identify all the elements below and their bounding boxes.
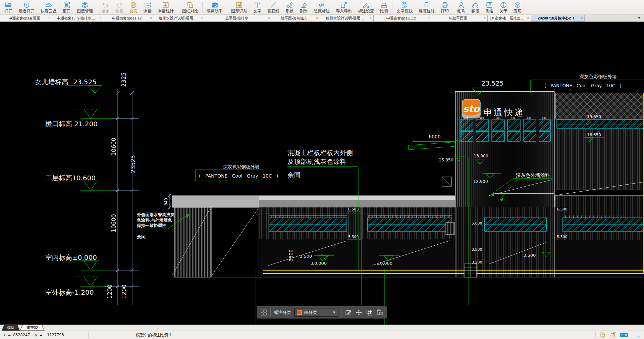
recent-label: 最近打开 xyxy=(18,9,35,13)
recent-button[interactable]: 最近打开 xyxy=(15,0,38,14)
statusbar-separator xyxy=(632,332,632,338)
doc-tab-1-label: 申通宿舍gps变更图 xyxy=(6,16,46,21)
elev-3800: 3.800 xyxy=(472,247,482,252)
toolbar-separator xyxy=(392,2,392,13)
doc-tab-8[interactable]: 申通宿舍gps11.12× xyxy=(374,15,432,21)
doc-tab-6[interactable]: 总平面-海绵城市× xyxy=(272,15,320,21)
left-column xyxy=(172,207,258,277)
annotation-settings-button[interactable]: 标注设置 xyxy=(355,0,377,14)
concrete-line-2: 及顶部刷浅灰色涂料 xyxy=(287,158,346,165)
sheet-tab-model[interactable]: 模型 xyxy=(2,325,20,331)
hide-annotation-button[interactable]: 隐藏标注 xyxy=(311,0,333,14)
measure-button[interactable]: 测量 xyxy=(141,0,155,14)
shape-recognition-button[interactable]: 图形识别 xyxy=(228,0,250,14)
edit-icon xyxy=(345,309,352,316)
draw-line-label: 画直线 xyxy=(267,9,279,13)
level-4-label: 室内标高 xyxy=(45,253,72,261)
measure-label: 测量 xyxy=(144,9,152,13)
doc-tab-4[interactable]: 给排水设计说明-通用…× xyxy=(154,15,205,21)
apps-cube-icon xyxy=(514,1,521,9)
about-icon xyxy=(500,1,507,9)
screen-rotate-button[interactable]: 屏幕旋转 xyxy=(416,0,438,14)
toolbar-separator xyxy=(453,2,453,13)
headset-icon xyxy=(472,1,479,9)
shapes-button[interactable]: 形状 xyxy=(282,0,297,14)
drawing-compare-button[interactable]: 图纸对比 xyxy=(179,0,201,14)
dim-1200-a: 1200 xyxy=(106,284,113,299)
open-button[interactable]: 打开 xyxy=(1,0,15,14)
close-icon[interactable]: × xyxy=(484,16,486,20)
close-icon[interactable]: × xyxy=(99,16,101,20)
eraser-icon xyxy=(300,1,307,9)
close-icon[interactable]: × xyxy=(150,16,152,20)
close-icon[interactable]: × xyxy=(428,16,430,20)
svg-text:PDF: PDF xyxy=(613,332,616,334)
annotation-copy-button[interactable] xyxy=(366,308,373,317)
doc-tab-7[interactable]: 给排水设计说明-通用…× xyxy=(320,15,374,21)
print-button[interactable]: 打印 xyxy=(438,0,452,14)
sheet-tab-layout[interactable]: 建变02 xyxy=(20,325,45,331)
tab-list-caret[interactable]: ▼ xyxy=(637,16,641,20)
annotation-category-dropdown[interactable]: 未分类 ▼ xyxy=(294,308,338,317)
window-button[interactable]: 窗口 xyxy=(60,0,74,14)
pdf-doc-icon[interactable]: PDF xyxy=(599,332,606,338)
elev-5300-a: 5.300 xyxy=(348,235,359,239)
style-button[interactable]: 风格 xyxy=(482,0,496,14)
close-icon[interactable]: × xyxy=(48,16,50,20)
doc-tab-11-active[interactable]: 20240718分拣中心2_t× xyxy=(531,15,585,21)
redo-button[interactable]: 恢复 xyxy=(112,0,126,14)
doc-tab-2[interactable]: 申通宿舍1、2-给排水…× xyxy=(52,15,103,21)
annotation-edit-button[interactable] xyxy=(345,308,352,317)
vip-member-button[interactable]: VIP 会员 xyxy=(126,0,141,14)
elev-19650: 19.650 xyxy=(587,114,601,119)
cad-canvas[interactable]: 840 3500 3.500 ±0.000 xyxy=(0,22,644,325)
svg-text:VIP: VIP xyxy=(132,4,135,6)
layer-manager-button[interactable]: 图层管理 xyxy=(74,0,96,14)
elev-3200: 3.200 xyxy=(472,260,482,264)
p-plus-o-badge[interactable]: P+O xyxy=(620,333,628,337)
window-minimize-icon[interactable] xyxy=(636,332,642,338)
close-icon[interactable]: × xyxy=(201,16,203,20)
doc-tab-10-label: 1# 宿舍楼一层改造成… xyxy=(488,16,531,21)
apps-button[interactable]: 应用 xyxy=(511,0,525,14)
annotation-grid-button[interactable] xyxy=(260,308,267,317)
edit-assistant-button[interactable]: CAD 编辑助手 xyxy=(204,0,226,14)
scale-button[interactable]: A:B 比例 xyxy=(377,0,391,14)
text-find-button[interactable]: A 文字查找 xyxy=(393,0,416,14)
cloud-drive-button[interactable]: 快看云盘 xyxy=(38,0,60,14)
measure-stats-button[interactable]: 测量统计 xyxy=(155,0,177,14)
customer-service-button[interactable]: 客服 xyxy=(468,0,482,14)
doc-tab-5[interactable]: 总平面-给排水× xyxy=(205,15,272,21)
elev-15850: 15.850 xyxy=(439,157,453,162)
delete-button[interactable]: 删除 xyxy=(297,0,311,14)
annotation-move-button[interactable] xyxy=(355,308,363,317)
undo-button[interactable]: 撤销 xyxy=(98,0,112,14)
doc-tab-1[interactable]: 申通宿舍gps变更图× xyxy=(0,15,52,21)
elev-3500-b: 3.500 xyxy=(523,253,536,258)
redo-icon xyxy=(116,1,123,9)
elev-16650: 16.650 xyxy=(587,133,601,137)
import-export-button[interactable]: 导入导出 xyxy=(333,0,355,14)
document-tabbar: 申通宿舍gps变更图× 申通宿舍1、2-给排水…× 申通宿舍gps11.12× … xyxy=(0,15,644,22)
doc-tab-8-label: 申通宿舍gps11.12 xyxy=(384,16,421,21)
doc-tab-3[interactable]: 申通宿舍gps11.12× xyxy=(103,15,154,21)
close-icon[interactable]: × xyxy=(316,16,318,20)
customer-service-label: 客服 xyxy=(471,9,479,13)
draw-line-button[interactable]: 画直线 xyxy=(264,0,282,14)
pantone-right-spec: ( PANTONE Cool Gray 10C ) xyxy=(544,83,622,88)
account-button[interactable]: 账号 xyxy=(454,0,468,14)
elev-13900: 13.900 xyxy=(474,153,488,158)
close-icon[interactable]: × xyxy=(268,16,270,20)
pdf-export-icon[interactable]: PDF xyxy=(610,332,616,338)
shape-recognition-label: 图形识别 xyxy=(231,9,247,13)
close-icon[interactable]: × xyxy=(581,16,583,20)
elev-zero-b: ±0.000 xyxy=(376,261,392,266)
close-icon[interactable]: × xyxy=(370,16,372,20)
svg-text:CAD: CAD xyxy=(212,4,216,6)
annotation-paste-button[interactable] xyxy=(376,308,383,317)
about-button[interactable]: 关于 xyxy=(496,0,511,14)
close-icon[interactable]: × xyxy=(527,16,529,20)
doc-tab-10[interactable]: 1# 宿舍楼一层改造成…× xyxy=(488,15,531,21)
doc-tab-9[interactable]: 0-总平面图× xyxy=(432,15,488,21)
text-tool-button[interactable]: 文字 xyxy=(250,0,264,14)
